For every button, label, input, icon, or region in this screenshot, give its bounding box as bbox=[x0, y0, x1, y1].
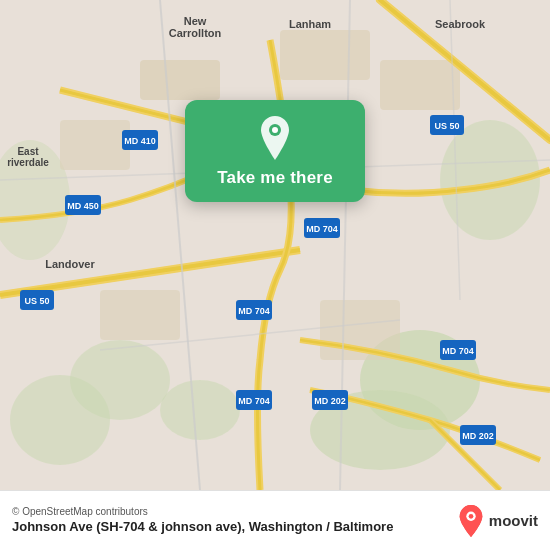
svg-text:MD 704: MD 704 bbox=[238, 306, 270, 316]
svg-rect-11 bbox=[380, 60, 460, 110]
svg-rect-8 bbox=[140, 60, 220, 100]
osm-credit: © OpenStreetMap contributors bbox=[12, 506, 393, 517]
svg-text:US 50: US 50 bbox=[434, 121, 459, 131]
svg-text:Carrollton: Carrollton bbox=[169, 27, 222, 39]
cta-label: Take me there bbox=[217, 168, 333, 188]
cta-card[interactable]: Take me there bbox=[185, 100, 365, 202]
svg-point-55 bbox=[468, 513, 473, 518]
svg-text:US 50: US 50 bbox=[24, 296, 49, 306]
location-pin-icon bbox=[257, 116, 293, 160]
svg-text:MD 704: MD 704 bbox=[306, 224, 338, 234]
svg-rect-10 bbox=[60, 120, 130, 170]
moovit-pin-icon bbox=[457, 505, 485, 537]
svg-text:Seabrook: Seabrook bbox=[435, 18, 486, 30]
moovit-logo: moovit bbox=[457, 505, 538, 537]
svg-rect-9 bbox=[280, 30, 370, 80]
svg-text:New: New bbox=[184, 15, 207, 27]
svg-text:riverdale: riverdale bbox=[7, 157, 49, 168]
moovit-brand-text: moovit bbox=[489, 512, 538, 529]
svg-text:East: East bbox=[17, 146, 39, 157]
svg-text:MD 704: MD 704 bbox=[238, 396, 270, 406]
svg-point-5 bbox=[160, 380, 240, 440]
svg-text:MD 202: MD 202 bbox=[314, 396, 346, 406]
svg-point-4 bbox=[10, 375, 110, 465]
svg-text:MD 202: MD 202 bbox=[462, 431, 494, 441]
location-name: Johnson Ave (SH-704 & johnson ave), Wash… bbox=[12, 519, 393, 536]
footer-left: © OpenStreetMap contributors Johnson Ave… bbox=[12, 506, 393, 536]
map-svg: MD 410 MD 450 US 50 US 50 MD 704 MD 704 … bbox=[0, 0, 550, 490]
svg-text:Lanham: Lanham bbox=[289, 18, 331, 30]
svg-rect-13 bbox=[100, 290, 180, 340]
svg-text:MD 704: MD 704 bbox=[442, 346, 474, 356]
svg-point-53 bbox=[272, 127, 278, 133]
map-container: MD 410 MD 450 US 50 US 50 MD 704 MD 704 … bbox=[0, 0, 550, 490]
svg-text:Landover: Landover bbox=[45, 258, 95, 270]
svg-text:MD 450: MD 450 bbox=[67, 201, 99, 211]
footer: © OpenStreetMap contributors Johnson Ave… bbox=[0, 490, 550, 550]
svg-text:MD 410: MD 410 bbox=[124, 136, 156, 146]
